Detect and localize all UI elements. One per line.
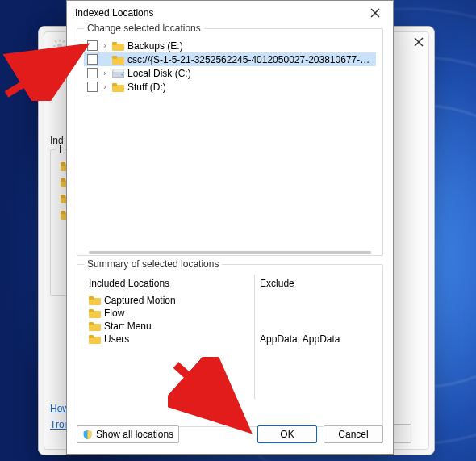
locations-tree[interactable]: ›Backups (E:)csc://{S-1-5-21-3252562245-… xyxy=(84,39,376,228)
svg-rect-7 xyxy=(62,40,65,43)
svg-rect-12 xyxy=(61,162,65,166)
tree-item-label: Local Disk (C:) xyxy=(127,68,373,79)
exclude-row: AppData; AppData xyxy=(260,333,371,346)
checkbox[interactable] xyxy=(87,82,98,92)
svg-rect-1 xyxy=(59,40,61,42)
titlebar: Indexed Locations xyxy=(67,1,393,25)
chevron-right-icon[interactable]: › xyxy=(101,83,109,91)
svg-rect-26 xyxy=(113,69,123,73)
change-locations-group: Change selected locations ›Backups (E:)c… xyxy=(77,28,383,256)
svg-rect-22 xyxy=(112,42,117,45)
svg-rect-3 xyxy=(53,45,56,47)
chevron-right-icon[interactable]: › xyxy=(101,42,109,50)
exclude-label xyxy=(260,295,262,306)
folder-icon xyxy=(89,334,101,344)
close-icon xyxy=(413,36,424,48)
folder-icon xyxy=(112,82,124,92)
folder-icon xyxy=(112,41,124,51)
parent-close-button[interactable] xyxy=(413,36,424,50)
summary-group: Summary of selected locations Included L… xyxy=(77,264,383,427)
folder-icon xyxy=(89,308,101,318)
exclude-row xyxy=(260,307,371,320)
drive-icon xyxy=(112,69,124,78)
included-column: Included Locations Captured MotionFlowSt… xyxy=(84,275,255,399)
folder-icon xyxy=(89,321,101,331)
included-location-label: Users xyxy=(104,333,129,345)
tree-row[interactable]: ›Stuff (D:) xyxy=(84,80,376,94)
checkbox[interactable] xyxy=(87,68,98,78)
svg-rect-29 xyxy=(112,83,117,86)
svg-rect-16 xyxy=(61,195,65,198)
change-locations-legend: Change selected locations xyxy=(84,23,204,34)
included-location-row[interactable]: Start Menu xyxy=(89,320,249,333)
tree-item-label: Backups (E:) xyxy=(127,40,373,52)
exclude-header: Exclude xyxy=(260,278,371,289)
folder-icon xyxy=(89,295,101,305)
horizontal-scrollbar[interactable] xyxy=(89,251,371,254)
parent-troubleshoot-link[interactable]: Troi xyxy=(50,419,66,430)
svg-rect-6 xyxy=(62,48,65,51)
included-header: Included Locations xyxy=(89,278,249,289)
dialog-button-bar: Show all locations OK Cancel xyxy=(67,415,393,454)
tree-row[interactable]: csc://{S-1-5-21-3252562245-4012050027-20… xyxy=(84,52,376,66)
close-icon xyxy=(370,7,381,19)
included-location-row[interactable]: Captured Motion xyxy=(89,294,249,307)
summary-legend: Summary of selected locations xyxy=(84,258,222,270)
show-all-locations-button[interactable]: Show all locations xyxy=(77,425,179,443)
included-location-row[interactable]: Flow xyxy=(89,307,249,320)
svg-rect-35 xyxy=(89,322,94,325)
folder-icon xyxy=(112,55,124,65)
svg-point-0 xyxy=(57,44,62,48)
tree-item-label: csc://{S-1-5-21-3252562245-4012050027-20… xyxy=(127,54,373,65)
svg-rect-5 xyxy=(55,40,57,43)
exclude-row xyxy=(260,320,371,333)
svg-rect-8 xyxy=(55,48,57,51)
dialog-title: Indexed Locations xyxy=(75,7,153,19)
exclude-row xyxy=(260,294,371,307)
close-button[interactable] xyxy=(357,1,393,25)
svg-rect-31 xyxy=(89,296,94,300)
tree-row[interactable]: ›Local Disk (C:) xyxy=(84,66,376,80)
included-location-label: Captured Motion xyxy=(104,295,176,306)
svg-point-27 xyxy=(121,73,123,75)
svg-rect-37 xyxy=(89,335,94,338)
chevron-right-icon[interactable]: › xyxy=(101,69,109,78)
exclude-column: Exclude AppData; AppData xyxy=(255,275,376,399)
included-location-row[interactable]: Users xyxy=(89,333,249,346)
indexed-locations-dialog: Indexed Locations Change selected locati… xyxy=(66,0,394,455)
exclude-label xyxy=(260,308,262,319)
svg-rect-14 xyxy=(61,178,65,182)
tree-row[interactable]: ›Backups (E:) xyxy=(84,39,376,52)
checkbox[interactable] xyxy=(87,40,98,51)
tree-item-label: Stuff (D:) xyxy=(127,82,373,93)
show-all-label: Show all locations xyxy=(96,429,173,440)
exclude-label: AppData; AppData xyxy=(260,333,340,345)
checkbox[interactable] xyxy=(87,54,98,65)
shield-icon xyxy=(82,430,93,440)
svg-rect-2 xyxy=(59,50,61,52)
svg-rect-18 xyxy=(61,211,65,214)
svg-rect-24 xyxy=(112,56,117,59)
cancel-button[interactable]: Cancel xyxy=(324,425,383,443)
ok-button[interactable]: OK xyxy=(257,425,317,443)
exclude-label xyxy=(260,321,262,332)
included-location-label: Start Menu xyxy=(104,321,152,332)
svg-rect-33 xyxy=(89,309,94,312)
included-location-label: Flow xyxy=(104,308,124,319)
gear-icon xyxy=(52,39,67,53)
